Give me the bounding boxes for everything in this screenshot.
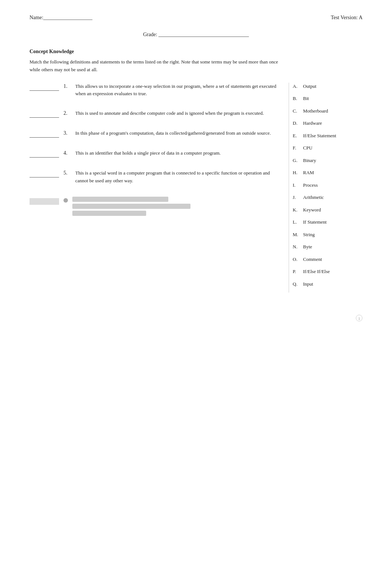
term-label: Motherboard <box>303 107 328 115</box>
term-letter: O. <box>293 256 301 263</box>
term-label: Binary <box>303 157 316 164</box>
term-letter: F. <box>293 144 301 152</box>
term-item: O. Comment <box>293 256 362 263</box>
term-letter: G. <box>293 157 301 164</box>
term-label: If Statement <box>303 218 327 226</box>
main-content: 1. This allows us to incorporate a one-w… <box>30 83 362 293</box>
term-item: K. Keyword <box>293 206 362 214</box>
term-letter: Q. <box>293 280 301 288</box>
question-text-4: This is an identifier that holds a singl… <box>75 149 281 157</box>
header: Name:___________________ Test Version: A <box>30 15 362 21</box>
question-number-4: 4. <box>63 149 71 156</box>
redacted-question <box>30 197 281 218</box>
redacted-text <box>72 197 281 218</box>
terms-column: A. Output B. Bit C. Motherboard D. Hardw… <box>289 83 362 293</box>
grade-row: Grade: _________________________________… <box>30 32 362 38</box>
term-item: B. Bit <box>293 95 362 102</box>
redacted-dot <box>63 198 68 203</box>
answer-blank-1[interactable] <box>30 84 59 91</box>
term-label: Arithmetic <box>303 194 324 201</box>
question-text-5: This is a special word in a computer pro… <box>75 169 281 185</box>
instructions: Match the following definitions and stat… <box>30 58 288 74</box>
term-item: I. Process <box>293 182 362 189</box>
term-label: CPU <box>303 144 312 152</box>
term-label: Keyword <box>303 206 321 214</box>
term-label: If/Else Statement <box>303 132 336 139</box>
question-text-1: This allows us to incorporate a one-way … <box>75 83 281 98</box>
grade-label: Grade: _________________________________… <box>143 32 249 37</box>
term-item: G. Binary <box>293 157 362 164</box>
question-item: 3. In this phase of a program's computat… <box>30 130 281 138</box>
term-label: RAM <box>303 169 314 176</box>
term-item: M. String <box>293 231 362 238</box>
term-letter: A. <box>293 83 301 90</box>
term-letter: E. <box>293 132 301 139</box>
term-letter: N. <box>293 243 301 251</box>
answer-blank-4[interactable] <box>30 151 59 158</box>
page-number: 1 <box>30 315 362 321</box>
question-number-5: 5. <box>63 169 71 176</box>
question-item: 4. This is an identifier that holds a si… <box>30 149 281 158</box>
term-item: E. If/Else Statement <box>293 132 362 139</box>
term-letter: H. <box>293 169 301 176</box>
term-letter: K. <box>293 206 301 214</box>
question-item: 2. This is used to annotate and describe… <box>30 110 281 118</box>
term-letter: P. <box>293 268 301 275</box>
term-letter: B. <box>293 95 301 102</box>
redacted-blank <box>30 198 59 205</box>
term-item: J. Arithmetic <box>293 194 362 201</box>
term-item: C. Motherboard <box>293 107 362 115</box>
question-text-3: In this phase of a program's computation… <box>75 130 281 137</box>
term-label: String <box>303 231 315 238</box>
term-letter: I. <box>293 182 301 189</box>
term-item: L. If Statement <box>293 218 362 226</box>
term-label: Input <box>303 280 313 288</box>
term-label: Comment <box>303 256 322 263</box>
section-title: Concept Knowledge <box>30 49 362 55</box>
question-item: 5. This is a special word in a computer … <box>30 169 281 185</box>
term-label: Hardware <box>303 120 322 127</box>
test-version: Test Version: A <box>331 15 362 21</box>
term-label: If/Else If/Else <box>303 268 330 275</box>
term-label: Process <box>303 182 318 189</box>
question-item: 1. This allows us to incorporate a one-w… <box>30 83 281 98</box>
answer-blank-5[interactable] <box>30 171 59 177</box>
term-letter: L. <box>293 218 301 226</box>
answer-blank-3[interactable] <box>30 131 59 138</box>
question-number-3: 3. <box>63 130 71 136</box>
term-label: Output <box>303 83 316 90</box>
term-item: P. If/Else If/Else <box>293 268 362 275</box>
question-text-2: This is used to annotate and describe co… <box>75 110 281 117</box>
term-letter: J. <box>293 194 301 201</box>
term-letter: D. <box>293 120 301 127</box>
answer-blank-2[interactable] <box>30 111 59 118</box>
term-item: A. Output <box>293 83 362 90</box>
term-label: Byte <box>303 243 312 251</box>
term-item: D. Hardware <box>293 120 362 127</box>
term-letter: M. <box>293 231 301 238</box>
name-label: Name:___________________ <box>30 15 92 21</box>
term-letter: C. <box>293 107 301 115</box>
questions-column: 1. This allows us to incorporate a one-w… <box>30 83 289 293</box>
question-number-2: 2. <box>63 110 71 116</box>
term-item: Q. Input <box>293 280 362 288</box>
term-item: N. Byte <box>293 243 362 251</box>
term-label: Bit <box>303 95 309 102</box>
term-item: F. CPU <box>293 144 362 152</box>
term-item: H. RAM <box>293 169 362 176</box>
question-number-1: 1. <box>63 83 71 89</box>
